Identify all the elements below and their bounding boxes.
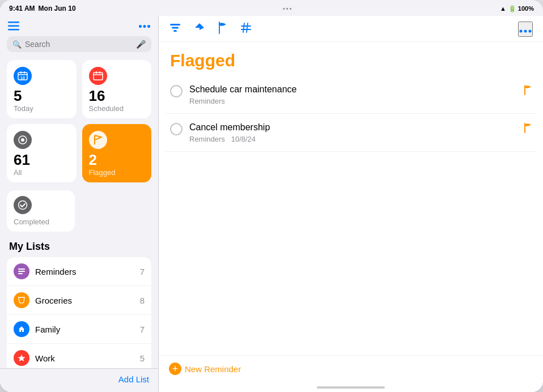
list-item-groceries[interactable]: Groceries 8 — [7, 286, 151, 315]
detail-panel: Flagged Schedule car maintenance Reminde… — [159, 16, 543, 392]
reminders-icon — [14, 263, 29, 279]
sidebar-toggle-button[interactable] — [8, 22, 19, 31]
reminder-2-flag-icon — [524, 123, 532, 135]
svg-point-16 — [21, 138, 24, 142]
svg-line-29 — [243, 23, 244, 32]
sidebar-footer: Add List — [0, 368, 158, 392]
battery-icon: 🔋 100% — [508, 5, 534, 12]
status-time-date: 9:41 AM Mon Jun 10 — [9, 5, 76, 12]
svg-line-30 — [247, 23, 248, 32]
detail-title: Flagged — [159, 42, 543, 76]
list-item-family[interactable]: Family 7 — [7, 315, 151, 344]
groceries-count: 8 — [140, 296, 145, 305]
svg-rect-11 — [94, 73, 103, 80]
smart-card-all[interactable]: 61 All — [7, 124, 77, 182]
completed-row: Completed — [0, 188, 158, 237]
svg-text:10: 10 — [20, 76, 25, 80]
new-reminder-button[interactable]: + New Reminder — [169, 363, 241, 375]
home-bar — [317, 386, 385, 389]
work-icon — [14, 350, 29, 366]
flagged-icon — [89, 131, 107, 149]
reminders-count: 7 — [140, 267, 145, 276]
svg-point-33 — [520, 30, 523, 33]
svg-point-5 — [147, 25, 150, 28]
work-count: 5 — [140, 353, 145, 363]
svg-rect-20 — [18, 273, 23, 274]
completed-card[interactable]: Completed — [7, 190, 75, 232]
svg-rect-0 — [8, 22, 19, 23]
main-content: 🔍 🎤 10 5 — [0, 16, 543, 392]
search-input[interactable] — [25, 40, 133, 49]
sidebar-header — [0, 16, 158, 34]
svg-point-35 — [529, 30, 532, 33]
reminders-name: Reminders — [35, 267, 140, 276]
svg-point-3 — [139, 25, 142, 28]
toolbar-flag-icon[interactable] — [218, 22, 228, 37]
completed-icon — [14, 196, 32, 214]
svg-rect-19 — [18, 271, 25, 272]
status-time: 9:41 AM — [9, 5, 35, 12]
reminder-1-title: Schedule car maintenance — [189, 84, 517, 96]
reminder-item-1: Schedule car maintenance Reminders — [166, 76, 536, 114]
detail-footer: + New Reminder — [159, 355, 543, 384]
flagged-count: 2 — [89, 152, 145, 167]
smart-card-flagged[interactable]: 2 Flagged — [82, 124, 152, 182]
new-reminder-label: New Reminder — [185, 364, 241, 374]
svg-point-4 — [143, 25, 146, 28]
svg-rect-12 — [96, 71, 97, 74]
svg-rect-8 — [24, 71, 25, 74]
svg-rect-18 — [18, 269, 25, 270]
list-items-container: Reminders 7 Groceries 8 — [7, 257, 151, 368]
scheduled-icon — [89, 67, 107, 85]
search-icon: 🔍 — [12, 40, 22, 49]
reminder-2-circle[interactable] — [170, 123, 183, 135]
search-bar: 🔍 🎤 — [7, 36, 151, 52]
device-frame: 9:41 AM Mon Jun 10 ••• ▲ 🔋 100% — [0, 0, 543, 392]
list-item-reminders[interactable]: Reminders 7 — [7, 257, 151, 286]
smart-card-today[interactable]: 10 5 Today — [7, 60, 77, 118]
toolbar-location-icon[interactable] — [194, 22, 205, 36]
today-label: Today — [14, 104, 70, 113]
list-item-work[interactable]: Work 5 — [7, 344, 151, 368]
status-bar: 9:41 AM Mon Jun 10 ••• ▲ 🔋 100% — [0, 0, 543, 16]
reminder-item-2: Cancel membership Reminders 10/8/24 — [166, 114, 536, 152]
reminder-list: Schedule car maintenance Reminders Can — [159, 76, 543, 355]
detail-more-button[interactable] — [518, 22, 533, 37]
home-indicator — [159, 384, 543, 392]
reminder-1-circle[interactable] — [170, 85, 183, 97]
groceries-name: Groceries — [35, 296, 140, 305]
add-list-button[interactable]: Add List — [118, 374, 149, 384]
work-name: Work — [35, 353, 140, 363]
wifi-icon: ▲ — [500, 5, 506, 12]
all-count: 61 — [14, 152, 70, 167]
status-dots: ••• — [283, 5, 293, 12]
svg-rect-13 — [99, 71, 100, 74]
today-icon: 10 — [14, 67, 32, 85]
smart-lists-grid: 10 5 Today — [0, 58, 158, 188]
family-count: 7 — [140, 325, 145, 334]
sidebar-more-button[interactable] — [139, 25, 150, 28]
mic-icon[interactable]: 🎤 — [136, 40, 146, 49]
svg-rect-25 — [170, 24, 180, 25]
scheduled-label: Scheduled — [89, 104, 145, 113]
svg-rect-1 — [8, 25, 19, 27]
detail-toolbar — [159, 16, 543, 42]
my-lists-section: My Lists Reminders 7 — [0, 237, 158, 368]
toolbar-hash-icon[interactable] — [240, 22, 252, 36]
my-lists-title: My Lists — [7, 241, 151, 253]
all-label: All — [14, 168, 70, 177]
status-date: Mon Jun 10 — [39, 5, 76, 12]
svg-point-34 — [524, 30, 527, 33]
svg-rect-2 — [8, 29, 19, 31]
svg-marker-22 — [18, 355, 26, 361]
svg-rect-9 — [18, 74, 27, 75]
all-icon — [14, 131, 32, 149]
status-indicators: ▲ 🔋 100% — [500, 5, 534, 12]
reminder-1-flag-icon — [524, 85, 532, 97]
reminder-2-content: Cancel membership Reminders 10/8/24 — [189, 122, 517, 143]
flagged-label: Flagged — [89, 168, 145, 177]
reminder-1-content: Schedule car maintenance Reminders — [189, 84, 517, 105]
toolbar-filter-icon[interactable] — [169, 22, 181, 37]
smart-card-scheduled[interactable]: 16 Scheduled — [82, 60, 152, 118]
svg-rect-14 — [94, 74, 103, 75]
